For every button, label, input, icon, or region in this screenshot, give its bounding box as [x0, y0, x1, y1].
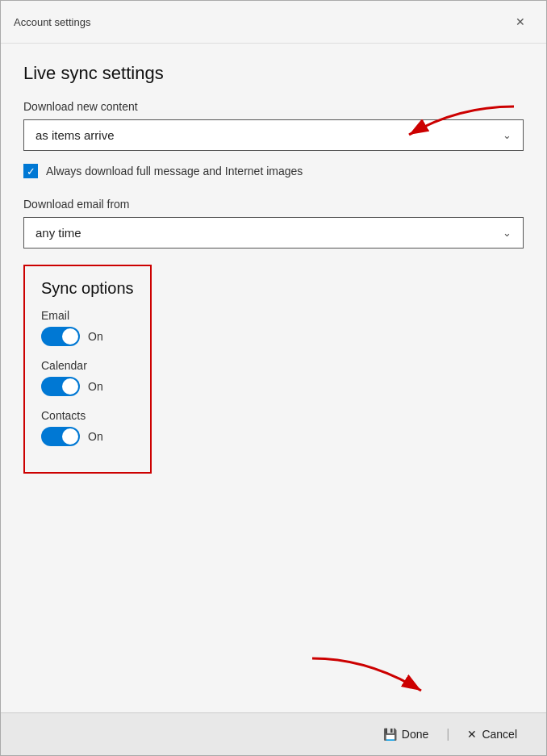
account-settings-dialog: Account settings ✕ Live sync settings Do…	[0, 0, 547, 756]
dialog-content: Live sync settings Download new content …	[1, 44, 546, 712]
sync-options-box: Sync options Email On Calendar On	[23, 265, 152, 474]
toggle-knob-calendar	[62, 378, 78, 395]
download-new-content-dropdown[interactable]: as items arrive ⌄	[23, 119, 524, 151]
sync-email-state: On	[88, 330, 103, 343]
sync-email-label: Email	[41, 309, 134, 322]
sync-item-contacts: Contacts On	[41, 409, 134, 446]
annotation-arrow-2	[304, 650, 433, 703]
always-download-row: ✓ Always download full message and Inter…	[23, 164, 524, 178]
download-email-from-label: Download email from	[23, 198, 524, 211]
done-button[interactable]: 💾 Done	[370, 721, 441, 747]
cancel-button[interactable]: ✕ Cancel	[454, 721, 530, 747]
sync-options-title: Sync options	[41, 279, 134, 298]
sync-calendar-label: Calendar	[41, 359, 134, 372]
sync-contacts-toggle[interactable]	[41, 427, 80, 446]
sync-contacts-toggle-row: On	[41, 427, 134, 446]
checkmark-icon: ✓	[27, 165, 35, 178]
section-title: Live sync settings	[23, 63, 524, 84]
close-button[interactable]: ✕	[507, 9, 533, 35]
title-bar: Account settings ✕	[1, 1, 546, 44]
sync-email-toggle-row: On	[41, 327, 134, 346]
sync-calendar-state: On	[88, 380, 103, 393]
always-download-label: Always download full message and Interne…	[46, 165, 303, 178]
download-new-content-label: Download new content	[23, 100, 524, 113]
toggle-knob	[62, 328, 78, 345]
chevron-down-icon-2: ⌄	[503, 227, 512, 239]
toggle-knob-contacts	[62, 428, 78, 445]
cancel-label: Cancel	[482, 728, 517, 741]
sync-item-email: Email On	[41, 309, 134, 346]
cancel-icon: ✕	[467, 728, 477, 741]
done-label: Done	[402, 728, 428, 741]
download-new-content-value: as items arrive	[35, 128, 115, 142]
sync-item-calendar: Calendar On	[41, 359, 134, 396]
dialog-title: Account settings	[14, 16, 90, 28]
footer-divider: |	[446, 727, 449, 741]
download-email-from-value: any time	[35, 226, 81, 240]
chevron-down-icon: ⌄	[503, 129, 512, 141]
sync-email-toggle[interactable]	[41, 327, 80, 346]
always-download-checkbox[interactable]: ✓	[23, 164, 38, 178]
download-email-from-dropdown[interactable]: any time ⌄	[23, 217, 524, 249]
sync-contacts-label: Contacts	[41, 409, 134, 422]
save-icon: 💾	[383, 728, 397, 741]
sync-calendar-toggle[interactable]	[41, 377, 80, 396]
dialog-footer: 💾 Done | ✕ Cancel	[1, 712, 546, 755]
sync-calendar-toggle-row: On	[41, 377, 134, 396]
sync-contacts-state: On	[88, 430, 103, 443]
